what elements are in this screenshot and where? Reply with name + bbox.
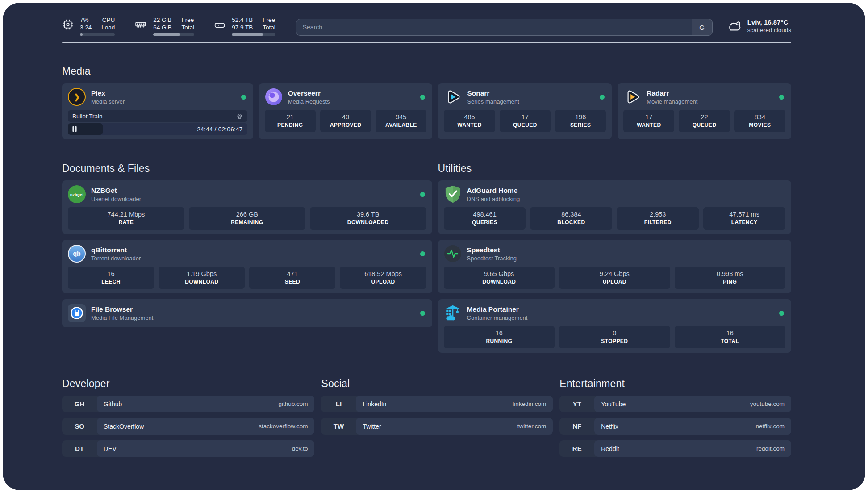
camera-icon [236,113,243,120]
bookmark-abbr: YT [559,396,594,412]
playback-time: 24:44 / 02:06:47 [197,126,242,133]
bookmark-stackoverflow[interactable]: SO StackOverflow stackoverflow.com [62,418,314,435]
bookmark-group-entertainment: Entertainment YT YouTube youtube.com NF [559,378,791,457]
bookmark-url: dev.to [292,445,308,452]
app-card-filebrowser[interactable]: File Browser Media File Management [62,299,432,327]
stat-box: 16 TOTAL [675,326,785,348]
stat-box: 9.65 Gbps DOWNLOAD [444,267,555,289]
app-subtitle: Speedtest Tracking [467,255,785,262]
app-card-sonarr[interactable]: Sonarr Series management 485 WANTED 17 Q… [438,83,612,139]
stat-box: 834 MOVIES [734,110,785,132]
app-subtitle: Movie management [647,98,774,105]
app-card-portainer[interactable]: Media Portainer Container management 16 … [438,299,791,353]
main-content: 7% 3.24 CPU Load [3,3,865,470]
playback-progressbar: 24:44 / 02:06:47 [68,123,247,135]
bookmark-group-developer: Developer GH Github github.com SO [62,378,314,457]
metric-memory: 22 GiB 64 GiB Free Total [134,16,194,36]
app-name: File Browser [91,305,415,313]
stat-box: 40 APPROVED [320,110,371,132]
header-divider [62,42,791,43]
pause-button[interactable] [72,126,77,132]
disk-values: 52.4 TB 97.9 TB [232,16,253,31]
stat-box: 16 RUNNING [444,326,555,348]
bookmark-name: Netflix [601,423,618,430]
section-title-utilities: Utilities [438,163,791,175]
memory-icon [134,19,147,30]
weather-condition: scattered clouds [747,26,791,34]
stat-box: 2,953 FILTERED [617,207,699,230]
memory-labels: Free Total [182,16,195,31]
bookmark-name: LinkedIn [363,401,386,408]
stat-box: 21 PENDING [265,110,316,132]
bookmark-youtube[interactable]: YT YouTube youtube.com [559,396,791,412]
app-subtitle: Container management [467,314,774,322]
cloud-icon [726,19,742,33]
weather-location-temp: Lviv, 16.87°C [747,18,791,26]
sonarr-logo-icon [444,88,462,106]
cpu-progressbar [80,33,115,36]
stat-box: 86,384 BLOCKED [530,207,612,230]
metric-cpu: 7% 3.24 CPU Load [62,16,115,36]
app-card-nzbget[interactable]: nzbget NZBGet Usenet downloader 744.21 M… [62,180,432,234]
plex-logo-icon: ❯ [68,88,86,106]
section-media: Media ❯ Plex Media server Bullet Tr [62,65,791,139]
app-card-speedtest[interactable]: Speedtest Speedtest Tracking 9.65 Gbps D… [438,240,791,293]
app-name: Media Portainer [467,305,774,313]
bookmark-twitter[interactable]: TW Twitter twitter.com [321,418,553,435]
app-card-radarr[interactable]: Radarr Movie management 17 WANTED 22 QUE… [618,83,791,139]
app-card-overseerr[interactable]: Overseerr Media Requests 21 PENDING 40 A… [259,83,433,139]
section-title-developer: Developer [62,378,314,390]
app-card-qbittorrent[interactable]: qb qBittorrent Torrent downloader 16 LEE… [62,240,432,293]
bookmark-abbr: DT [62,440,97,457]
stat-box: 945 AVAILABLE [376,110,426,132]
bookmark-url: youtube.com [750,401,785,407]
bookmark-url: stackoverflow.com [259,423,308,430]
app-card-adguard[interactable]: AdGuard Home DNS and adblocking 498,461 … [438,180,791,234]
section-title-documents: Documents & Files [62,163,432,175]
stat-box: 39.6 TB DOWNLOADED [310,207,426,230]
stat-box: 618.52 Mbps UPLOAD [340,267,426,289]
bookmark-dev[interactable]: DT DEV dev.to [62,440,314,457]
status-dot [779,311,784,316]
status-dot [600,95,605,100]
app-name: Plex [91,89,236,97]
app-name: Overseerr [288,89,415,97]
stat-box: 0 STOPPED [559,326,670,348]
status-dot [420,95,425,100]
weather-widget: Lviv, 16.87°C scattered clouds [726,18,791,34]
bookmark-netflix[interactable]: NF Netflix netflix.com [559,418,791,435]
app-card-plex[interactable]: ❯ Plex Media server Bullet Train [62,83,253,139]
qbittorrent-logo-icon: qb [68,245,86,263]
bookmark-url: linkedin.com [513,401,546,407]
search-engine-button[interactable]: G [692,19,712,35]
section-utilities: Utilities [438,163,791,353]
bookmark-reddit[interactable]: RE Reddit reddit.com [559,440,791,457]
section-documents: Documents & Files nzbget NZBGet Usenet d… [62,163,432,327]
cpu-icon [62,19,74,30]
filebrowser-logo-icon [68,304,86,322]
bookmark-abbr: SO [62,418,97,435]
stat-box: 744.21 Mbps RATE [68,207,184,230]
disk-labels: Free Total [263,16,275,31]
section-title-social: Social [321,378,553,390]
app-name: Sonarr [467,89,594,97]
stat-box: 22 QUEUED [679,110,730,132]
app-subtitle: Torrent downloader [91,255,415,262]
disk-progressbar [232,33,275,36]
bookmark-linkedin[interactable]: LI LinkedIn linkedin.com [321,396,553,412]
bookmark-github[interactable]: GH Github github.com [62,396,314,412]
disk-icon [214,19,225,30]
status-dot [241,95,246,100]
status-dot [779,95,784,100]
stat-box: 266 GB REMAINING [189,207,305,230]
app-name: AdGuard Home [467,186,785,195]
search-input[interactable] [296,19,713,36]
bookmark-abbr: GH [62,396,97,412]
memory-values: 22 GiB 64 GiB [153,16,171,31]
dashboard: 7% 3.24 CPU Load [3,3,865,490]
bookmark-name: DEV [104,445,117,452]
bookmark-url: reddit.com [756,445,785,452]
stat-box: 498,461 QUERIES [444,207,526,230]
bookmark-group-social: Social LI LinkedIn linkedin.com TW [321,378,553,435]
stat-box: 196 SERIES [555,110,606,132]
